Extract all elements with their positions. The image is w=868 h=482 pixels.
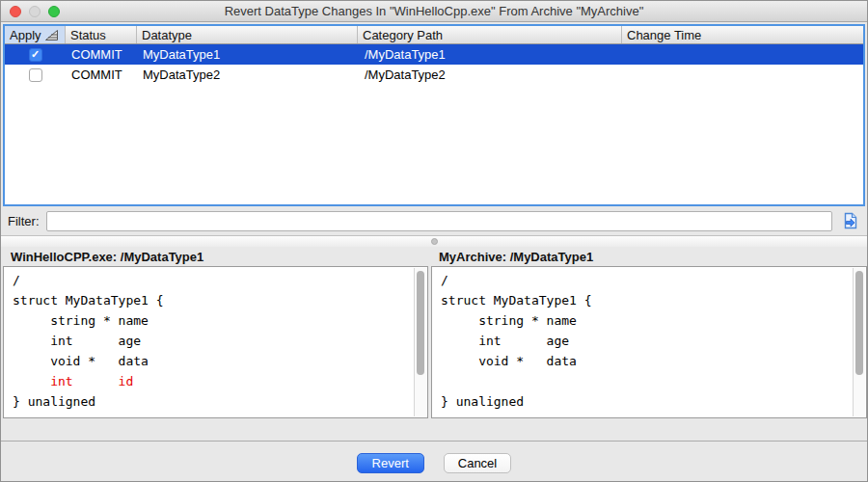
cell-status: COMMIT: [66, 67, 137, 82]
splitter-handle[interactable]: [1, 235, 867, 247]
cell-category: /MyDataType1: [358, 47, 622, 62]
cell-status: COMMIT: [66, 47, 137, 62]
dialog-button-row: Revert Cancel: [1, 453, 867, 473]
close-button[interactable]: [10, 6, 21, 17]
table-row[interactable]: COMMITMyDataType2/MyDataType2: [5, 65, 863, 85]
column-header-apply-label: Apply: [10, 28, 41, 42]
cancel-button[interactable]: Cancel: [444, 453, 511, 473]
code-line: /: [13, 270, 419, 290]
program-datatype-panel: WinHelloCPP.exe: /MyDataType1 /struct My…: [3, 247, 428, 418]
right-code-view[interactable]: /struct MyDataType1 { string * name int …: [431, 266, 867, 418]
code-line: int id: [13, 371, 419, 391]
code-line: struct MyDataType1 {: [441, 290, 857, 310]
code-line: void * data: [13, 351, 419, 371]
left-code-view[interactable]: /struct MyDataType1 { string * name int …: [3, 266, 428, 418]
cell-apply: [5, 68, 66, 82]
cell-category: /MyDataType2: [358, 67, 622, 82]
splitter-grip-icon: [431, 238, 438, 245]
cell-datatype: MyDataType2: [137, 67, 358, 82]
table-header: Apply Status Datatype Category Path Chan…: [5, 26, 863, 44]
code-line: struct MyDataType1 {: [13, 290, 419, 310]
apply-checkbox[interactable]: ✓: [29, 48, 42, 62]
datatype-changes-table: Apply Status Datatype Category Path Chan…: [3, 24, 865, 206]
right-scrollbar-thumb[interactable]: [855, 271, 863, 375]
code-line: void * data: [441, 351, 857, 371]
column-header-datatype[interactable]: Datatype: [137, 26, 358, 43]
filter-input[interactable]: [46, 211, 833, 231]
revert-datatype-dialog: Revert DataType Changes In "WinHelloCpp.…: [0, 0, 868, 482]
code-line: string * name: [441, 310, 857, 331]
left-scrollbar-thumb[interactable]: [417, 271, 424, 375]
cell-apply: ✓: [5, 48, 66, 62]
right-panel-title: MyArchive: /MyDataType1: [431, 247, 867, 266]
minimize-button[interactable]: [29, 6, 41, 17]
left-panel-title: WinHelloCPP.exe: /MyDataType1: [3, 247, 428, 266]
apply-checkbox[interactable]: [29, 68, 42, 82]
titlebar: Revert DataType Changes In "WinHelloCpp.…: [1, 1, 867, 22]
filter-label: Filter:: [8, 214, 40, 228]
left-code-lines: /struct MyDataType1 { string * name int …: [4, 267, 427, 415]
column-header-category-path[interactable]: Category Path: [358, 26, 622, 43]
code-line: int age: [13, 331, 419, 351]
revert-button[interactable]: Revert: [357, 453, 424, 473]
zoom-button[interactable]: [48, 6, 60, 17]
code-line: [441, 371, 857, 391]
sort-ascending-icon: [45, 30, 58, 40]
code-line: /: [441, 270, 857, 290]
column-header-status[interactable]: Status: [66, 26, 137, 43]
cell-datatype: MyDataType1: [137, 47, 358, 62]
traffic-lights: [10, 6, 60, 17]
table-row[interactable]: ✓COMMITMyDataType1/MyDataType1: [5, 44, 863, 65]
code-line: string * name: [13, 310, 419, 331]
archive-datatype-panel: MyArchive: /MyDataType1 /struct MyDataTy…: [431, 247, 867, 418]
right-vertical-scrollbar[interactable]: [853, 268, 865, 416]
filter-options-button[interactable]: [839, 210, 860, 231]
right-code-lines: /struct MyDataType1 { string * name int …: [432, 267, 866, 415]
window-title: Revert DataType Changes In "WinHelloCpp.…: [1, 4, 867, 18]
column-header-apply[interactable]: Apply: [5, 26, 66, 43]
table-body: ✓COMMITMyDataType1/MyDataType1COMMITMyDa…: [5, 44, 863, 204]
content-bottom-divider: [1, 441, 867, 442]
code-line: } unaligned: [13, 391, 419, 412]
left-vertical-scrollbar[interactable]: [414, 268, 426, 416]
filter-options-icon: [841, 212, 858, 229]
filter-bar: Filter:: [1, 206, 867, 235]
column-header-change-time[interactable]: Change Time: [622, 26, 863, 43]
code-line: } unaligned: [441, 391, 857, 412]
code-line: int age: [441, 331, 857, 351]
